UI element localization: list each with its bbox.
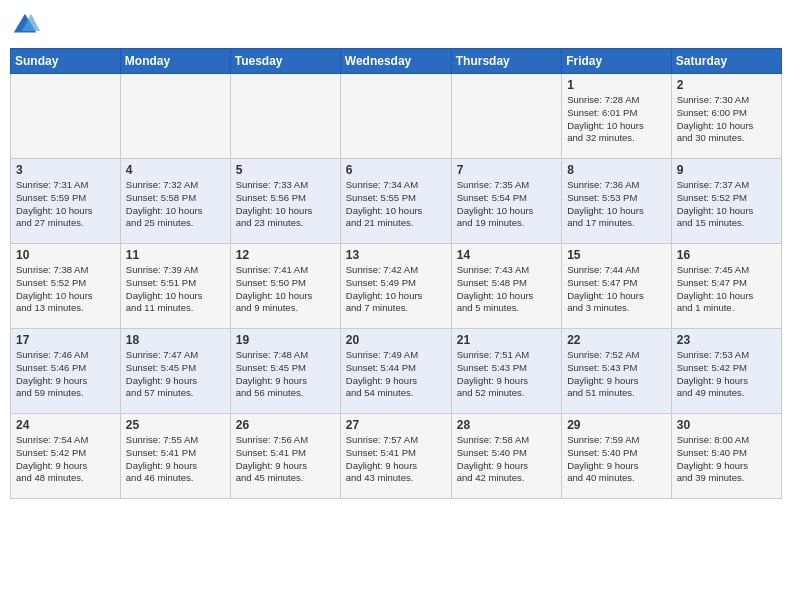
- day-number: 11: [126, 248, 225, 262]
- day-number: 3: [16, 163, 115, 177]
- column-header-monday: Monday: [120, 49, 230, 74]
- column-header-saturday: Saturday: [671, 49, 781, 74]
- day-info: Sunrise: 7:41 AMSunset: 5:50 PMDaylight:…: [236, 264, 335, 315]
- day-cell: 3Sunrise: 7:31 AMSunset: 5:59 PMDaylight…: [11, 159, 121, 244]
- week-row: 10Sunrise: 7:38 AMSunset: 5:52 PMDayligh…: [11, 244, 782, 329]
- day-info: Sunrise: 7:54 AMSunset: 5:42 PMDaylight:…: [16, 434, 115, 485]
- day-cell: 12Sunrise: 7:41 AMSunset: 5:50 PMDayligh…: [230, 244, 340, 329]
- day-cell: [11, 74, 121, 159]
- day-number: 28: [457, 418, 556, 432]
- day-info: Sunrise: 7:28 AMSunset: 6:01 PMDaylight:…: [567, 94, 666, 145]
- day-number: 20: [346, 333, 446, 347]
- day-info: Sunrise: 7:38 AMSunset: 5:52 PMDaylight:…: [16, 264, 115, 315]
- logo-icon: [10, 10, 40, 40]
- day-number: 15: [567, 248, 666, 262]
- day-number: 18: [126, 333, 225, 347]
- day-cell: 10Sunrise: 7:38 AMSunset: 5:52 PMDayligh…: [11, 244, 121, 329]
- day-info: Sunrise: 7:30 AMSunset: 6:00 PMDaylight:…: [677, 94, 776, 145]
- column-header-wednesday: Wednesday: [340, 49, 451, 74]
- day-cell: 30Sunrise: 8:00 AMSunset: 5:40 PMDayligh…: [671, 414, 781, 499]
- day-cell: 6Sunrise: 7:34 AMSunset: 5:55 PMDaylight…: [340, 159, 451, 244]
- day-number: 23: [677, 333, 776, 347]
- day-info: Sunrise: 7:55 AMSunset: 5:41 PMDaylight:…: [126, 434, 225, 485]
- day-cell: 20Sunrise: 7:49 AMSunset: 5:44 PMDayligh…: [340, 329, 451, 414]
- day-info: Sunrise: 7:56 AMSunset: 5:41 PMDaylight:…: [236, 434, 335, 485]
- day-number: 27: [346, 418, 446, 432]
- day-info: Sunrise: 7:43 AMSunset: 5:48 PMDaylight:…: [457, 264, 556, 315]
- logo: [10, 10, 44, 40]
- day-cell: 25Sunrise: 7:55 AMSunset: 5:41 PMDayligh…: [120, 414, 230, 499]
- day-info: Sunrise: 7:47 AMSunset: 5:45 PMDaylight:…: [126, 349, 225, 400]
- day-cell: 4Sunrise: 7:32 AMSunset: 5:58 PMDaylight…: [120, 159, 230, 244]
- day-cell: 13Sunrise: 7:42 AMSunset: 5:49 PMDayligh…: [340, 244, 451, 329]
- day-cell: 27Sunrise: 7:57 AMSunset: 5:41 PMDayligh…: [340, 414, 451, 499]
- day-cell: 23Sunrise: 7:53 AMSunset: 5:42 PMDayligh…: [671, 329, 781, 414]
- day-number: 5: [236, 163, 335, 177]
- day-info: Sunrise: 7:59 AMSunset: 5:40 PMDaylight:…: [567, 434, 666, 485]
- day-cell: [451, 74, 561, 159]
- day-cell: 18Sunrise: 7:47 AMSunset: 5:45 PMDayligh…: [120, 329, 230, 414]
- day-cell: 29Sunrise: 7:59 AMSunset: 5:40 PMDayligh…: [562, 414, 672, 499]
- day-number: 6: [346, 163, 446, 177]
- day-number: 13: [346, 248, 446, 262]
- day-info: Sunrise: 7:57 AMSunset: 5:41 PMDaylight:…: [346, 434, 446, 485]
- day-info: Sunrise: 7:31 AMSunset: 5:59 PMDaylight:…: [16, 179, 115, 230]
- day-number: 1: [567, 78, 666, 92]
- day-info: Sunrise: 7:46 AMSunset: 5:46 PMDaylight:…: [16, 349, 115, 400]
- day-number: 7: [457, 163, 556, 177]
- day-number: 12: [236, 248, 335, 262]
- day-number: 8: [567, 163, 666, 177]
- day-number: 21: [457, 333, 556, 347]
- day-info: Sunrise: 7:36 AMSunset: 5:53 PMDaylight:…: [567, 179, 666, 230]
- column-header-tuesday: Tuesday: [230, 49, 340, 74]
- day-cell: 14Sunrise: 7:43 AMSunset: 5:48 PMDayligh…: [451, 244, 561, 329]
- column-header-sunday: Sunday: [11, 49, 121, 74]
- day-info: Sunrise: 7:52 AMSunset: 5:43 PMDaylight:…: [567, 349, 666, 400]
- week-row: 1Sunrise: 7:28 AMSunset: 6:01 PMDaylight…: [11, 74, 782, 159]
- day-cell: 28Sunrise: 7:58 AMSunset: 5:40 PMDayligh…: [451, 414, 561, 499]
- day-number: 22: [567, 333, 666, 347]
- day-cell: 26Sunrise: 7:56 AMSunset: 5:41 PMDayligh…: [230, 414, 340, 499]
- day-number: 10: [16, 248, 115, 262]
- day-cell: 1Sunrise: 7:28 AMSunset: 6:01 PMDaylight…: [562, 74, 672, 159]
- column-header-thursday: Thursday: [451, 49, 561, 74]
- day-cell: [230, 74, 340, 159]
- day-number: 9: [677, 163, 776, 177]
- header-row: SundayMondayTuesdayWednesdayThursdayFrid…: [11, 49, 782, 74]
- day-cell: [120, 74, 230, 159]
- day-cell: [340, 74, 451, 159]
- day-cell: 11Sunrise: 7:39 AMSunset: 5:51 PMDayligh…: [120, 244, 230, 329]
- day-cell: 17Sunrise: 7:46 AMSunset: 5:46 PMDayligh…: [11, 329, 121, 414]
- day-info: Sunrise: 7:37 AMSunset: 5:52 PMDaylight:…: [677, 179, 776, 230]
- day-info: Sunrise: 7:35 AMSunset: 5:54 PMDaylight:…: [457, 179, 556, 230]
- day-info: Sunrise: 7:32 AMSunset: 5:58 PMDaylight:…: [126, 179, 225, 230]
- day-cell: 8Sunrise: 7:36 AMSunset: 5:53 PMDaylight…: [562, 159, 672, 244]
- week-row: 24Sunrise: 7:54 AMSunset: 5:42 PMDayligh…: [11, 414, 782, 499]
- day-info: Sunrise: 7:48 AMSunset: 5:45 PMDaylight:…: [236, 349, 335, 400]
- day-info: Sunrise: 7:44 AMSunset: 5:47 PMDaylight:…: [567, 264, 666, 315]
- day-info: Sunrise: 7:39 AMSunset: 5:51 PMDaylight:…: [126, 264, 225, 315]
- day-info: Sunrise: 7:34 AMSunset: 5:55 PMDaylight:…: [346, 179, 446, 230]
- day-number: 24: [16, 418, 115, 432]
- day-cell: 19Sunrise: 7:48 AMSunset: 5:45 PMDayligh…: [230, 329, 340, 414]
- day-cell: 7Sunrise: 7:35 AMSunset: 5:54 PMDaylight…: [451, 159, 561, 244]
- day-number: 17: [16, 333, 115, 347]
- week-row: 17Sunrise: 7:46 AMSunset: 5:46 PMDayligh…: [11, 329, 782, 414]
- day-cell: 16Sunrise: 7:45 AMSunset: 5:47 PMDayligh…: [671, 244, 781, 329]
- day-info: Sunrise: 7:49 AMSunset: 5:44 PMDaylight:…: [346, 349, 446, 400]
- day-cell: 9Sunrise: 7:37 AMSunset: 5:52 PMDaylight…: [671, 159, 781, 244]
- day-info: Sunrise: 8:00 AMSunset: 5:40 PMDaylight:…: [677, 434, 776, 485]
- page-header: [10, 10, 782, 40]
- day-cell: 15Sunrise: 7:44 AMSunset: 5:47 PMDayligh…: [562, 244, 672, 329]
- day-info: Sunrise: 7:51 AMSunset: 5:43 PMDaylight:…: [457, 349, 556, 400]
- day-cell: 24Sunrise: 7:54 AMSunset: 5:42 PMDayligh…: [11, 414, 121, 499]
- column-header-friday: Friday: [562, 49, 672, 74]
- day-number: 26: [236, 418, 335, 432]
- day-info: Sunrise: 7:45 AMSunset: 5:47 PMDaylight:…: [677, 264, 776, 315]
- day-number: 30: [677, 418, 776, 432]
- day-number: 29: [567, 418, 666, 432]
- calendar-table: SundayMondayTuesdayWednesdayThursdayFrid…: [10, 48, 782, 499]
- day-cell: 22Sunrise: 7:52 AMSunset: 5:43 PMDayligh…: [562, 329, 672, 414]
- day-number: 25: [126, 418, 225, 432]
- day-number: 19: [236, 333, 335, 347]
